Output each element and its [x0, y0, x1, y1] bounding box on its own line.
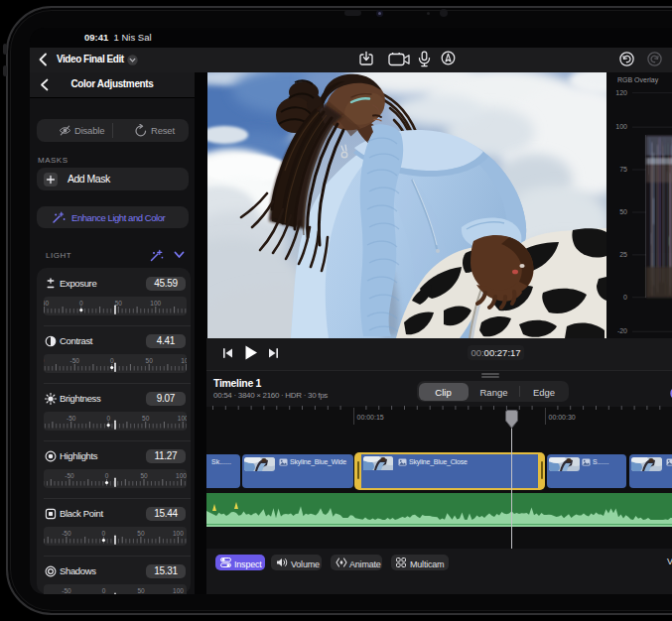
svg-text:0: 0 [79, 300, 83, 307]
svg-text:75: 75 [619, 166, 627, 173]
svg-text:50: 50 [146, 357, 154, 364]
svg-text:100: 100 [181, 357, 187, 364]
svg-text:100: 100 [615, 123, 627, 130]
svg-text:-100: -100 [44, 357, 45, 364]
svg-text:-50: -50 [69, 357, 79, 364]
svg-text:50: 50 [619, 208, 627, 215]
svg-text:100: 100 [173, 530, 184, 537]
svg-text:-50: -50 [62, 530, 71, 537]
svg-text:50: 50 [137, 530, 145, 537]
svg-text:0: 0 [106, 415, 110, 422]
svg-text:100: 100 [176, 472, 187, 479]
svg-text:0: 0 [102, 587, 106, 594]
svg-text:100: 100 [178, 415, 187, 422]
svg-text:25: 25 [619, 251, 627, 258]
svg-text:50: 50 [142, 415, 150, 422]
svg-text:0: 0 [102, 530, 106, 537]
svg-text:50: 50 [137, 587, 145, 594]
svg-text:50: 50 [140, 472, 148, 479]
svg-text:0: 0 [623, 294, 627, 301]
svg-text:100: 100 [173, 587, 184, 594]
svg-text:00:00:15: 00:00:15 [357, 414, 384, 421]
svg-text:-50: -50 [67, 415, 76, 422]
svg-text:100: 100 [150, 300, 161, 307]
svg-text:-50: -50 [44, 300, 49, 307]
svg-text:0: 0 [105, 472, 109, 479]
svg-text:-50: -50 [65, 472, 74, 479]
svg-text:-20: -20 [617, 327, 627, 334]
svg-text:0: 0 [110, 357, 114, 364]
svg-text:120: 120 [615, 89, 627, 96]
svg-text:-50: -50 [62, 587, 71, 594]
svg-text:50: 50 [115, 300, 123, 307]
svg-text:00:00:30: 00:00:30 [549, 414, 576, 421]
